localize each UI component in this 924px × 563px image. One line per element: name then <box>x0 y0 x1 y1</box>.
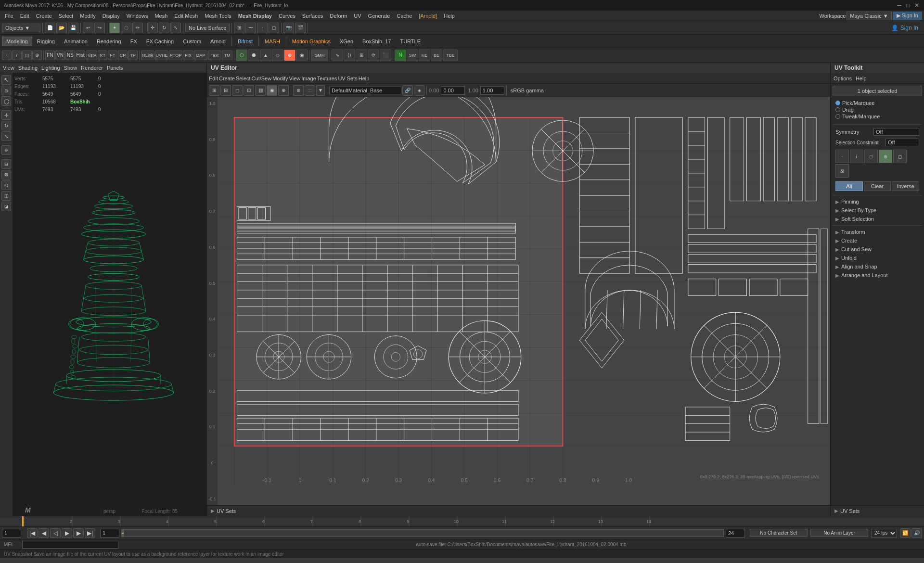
mode-drag[interactable]: Drag <box>835 107 919 113</box>
frame-range-bar[interactable] <box>121 529 724 537</box>
op-btn4[interactable]: Hist <box>76 51 85 60</box>
menu-deform[interactable]: Deform <box>327 12 350 20</box>
op-btn7[interactable]: FT <box>108 51 117 60</box>
uv-tb2[interactable]: ⊟ <box>220 85 231 96</box>
menu-cache[interactable]: Cache <box>394 12 415 20</box>
tab-rendering[interactable]: Rendering <box>92 37 126 46</box>
uv-val2-input[interactable] <box>480 86 504 95</box>
uv-material-field[interactable]: DefaultMaterial_Base <box>329 87 401 94</box>
uv-menu-image[interactable]: Image <box>301 76 316 81</box>
minimize-btn[interactable]: ─ <box>896 2 903 9</box>
select-mode-btn[interactable]: ↖ <box>1 75 11 85</box>
clear-btn[interactable]: Clear <box>864 181 891 191</box>
edge-select-btn[interactable]: / <box>12 51 22 60</box>
prev-frame-btn[interactable]: ◀ <box>38 528 49 538</box>
uv-sets-bar[interactable]: ▶ UV Sets <box>207 505 830 516</box>
extra-btn4[interactable]: BE <box>431 50 442 61</box>
uv-canvas-area[interactable]: 1.0 0.9 0.8 0.7 0.6 0.5 0.4 0.3 0.2 0.1 … <box>207 97 830 505</box>
vertex-select-btn[interactable]: · <box>2 51 12 60</box>
icon-shell[interactable]: ⊠ <box>835 164 849 178</box>
section-create[interactable]: ▶ Create <box>833 236 922 245</box>
tab-motion-graphics[interactable]: Motion Graphics <box>288 37 335 46</box>
model-btn3[interactable]: ▲ <box>260 50 271 61</box>
mode-tweak-marquee[interactable]: Tweak/Marquee <box>835 114 919 119</box>
current-frame-input[interactable] <box>2 529 21 537</box>
icon-object[interactable]: ◻ <box>893 150 907 163</box>
tab-turtle[interactable]: TURTLE <box>396 37 425 46</box>
menu-surfaces[interactable]: Surfaces <box>299 12 326 20</box>
menu-file[interactable]: File <box>2 12 16 20</box>
all-btn[interactable]: All <box>835 181 863 191</box>
snap-curve-btn[interactable]: 〜 <box>245 23 256 33</box>
op-btn1[interactable]: FN <box>45 51 55 60</box>
prev-key-btn[interactable]: |◀ <box>27 528 38 538</box>
op-btn5[interactable]: HistA <box>86 51 97 60</box>
next-frame-btn[interactable]: ▶ <box>73 528 84 538</box>
uv-menu-edit[interactable]: Edit <box>209 76 218 81</box>
shading-menu[interactable]: Shading <box>18 65 38 71</box>
toolkit-menu-options[interactable]: Options <box>834 76 852 81</box>
menu-edit[interactable]: Edit <box>17 12 32 20</box>
menu-windows[interactable]: Windows <box>124 12 151 20</box>
uv-menu-view[interactable]: View <box>289 76 301 81</box>
op-btn12[interactable]: PTOP <box>169 51 182 60</box>
uv-mat-btn[interactable]: 🔗 <box>402 85 413 96</box>
model-btn6[interactable]: ◉ <box>296 50 308 61</box>
section-pinning[interactable]: ▶ Pinning <box>833 197 922 206</box>
tab-boxshih[interactable]: BoxShih_17 <box>358 37 395 46</box>
live-surface-btn[interactable]: No Live Surface <box>185 24 230 32</box>
snap-grid-btn[interactable]: ⊞ <box>234 23 244 33</box>
menu-select[interactable]: Select <box>56 12 77 20</box>
uv-tb3[interactable]: ◻ <box>232 85 243 96</box>
uv-menu-select[interactable]: Select <box>236 76 251 81</box>
lighting-menu[interactable]: Lighting <box>41 65 60 71</box>
uv-tb9[interactable]: ∷ <box>305 85 315 96</box>
open-btn[interactable]: 📂 <box>56 23 67 33</box>
uv-tb7[interactable]: ⊕ <box>278 85 289 96</box>
new-file-btn[interactable]: 📄 <box>45 23 55 33</box>
model-btn1[interactable]: ⬡ <box>236 50 247 61</box>
mode-dropdown[interactable]: Objects ▼ <box>2 24 40 32</box>
uv-tb8[interactable]: ⊛ <box>293 85 304 96</box>
pick-marquee-radio[interactable] <box>835 101 840 105</box>
menu-create[interactable]: Create <box>33 12 55 20</box>
uv-menu-help[interactable]: Help <box>359 76 370 81</box>
maximize-btn[interactable]: □ <box>905 2 911 9</box>
show-hide-btn[interactable]: ◫ <box>1 191 11 201</box>
op-btn15[interactable]: Text <box>208 51 221 60</box>
uv-val1-input[interactable] <box>441 86 465 95</box>
redo-btn[interactable]: ↪ <box>94 23 105 33</box>
fps-select[interactable]: 24 fps 30 fps <box>871 529 897 537</box>
paint-tool[interactable]: ✏ <box>132 23 143 33</box>
uv-menu-uvsets[interactable]: UV Sets <box>338 76 357 81</box>
section-soft-selection[interactable]: ▶ Soft Selection <box>833 215 922 223</box>
anim-layer-btn[interactable]: No Anim Layer <box>810 529 868 537</box>
renderer-menu[interactable]: Renderer <box>81 65 103 71</box>
select-tool[interactable]: ✦ <box>109 23 120 33</box>
camera-tool-btn[interactable]: ◎ <box>1 180 11 190</box>
tab-animation[interactable]: Animation <box>60 37 92 46</box>
menu-mesh-tools[interactable]: Mesh Tools <box>202 12 234 20</box>
icon-uvs[interactable]: ⊕ <box>879 150 892 163</box>
snap-view-btn[interactable]: ◻ <box>269 23 279 33</box>
op-btn6[interactable]: RT <box>98 51 107 60</box>
camera-btn[interactable]: 📷 <box>283 23 294 33</box>
uv-attr-btn[interactable]: ◈ <box>414 85 424 96</box>
rotate-mode-btn[interactable]: ↻ <box>1 121 11 130</box>
icon-edge[interactable]: / <box>850 150 863 163</box>
extra-btn5[interactable]: TBE <box>443 50 458 61</box>
toolkit-menu-help[interactable]: Help <box>856 76 867 81</box>
section-transform[interactable]: ▶ Transform <box>833 228 922 236</box>
isolate-btn[interactable]: ◪ <box>1 202 11 211</box>
symmetry-dropdown[interactable]: Off <box>873 128 919 136</box>
menu-uv[interactable]: UV <box>351 12 364 20</box>
icon-vertex[interactable]: · <box>835 150 849 163</box>
op-btn16[interactable]: TM <box>222 51 232 60</box>
snap-point-btn[interactable]: · <box>257 23 268 33</box>
tab-bifrost[interactable]: Bifrost <box>233 37 257 46</box>
tab-arnold[interactable]: Arnold <box>206 37 230 46</box>
sign-in-btn[interactable]: ▶ Sign In <box>893 12 922 20</box>
panels-menu[interactable]: Panels <box>107 65 123 71</box>
toolkit-uv-sets[interactable]: ▶ UV Sets <box>831 505 924 516</box>
section-select-by-type[interactable]: ▶ Select By Type <box>833 206 922 215</box>
